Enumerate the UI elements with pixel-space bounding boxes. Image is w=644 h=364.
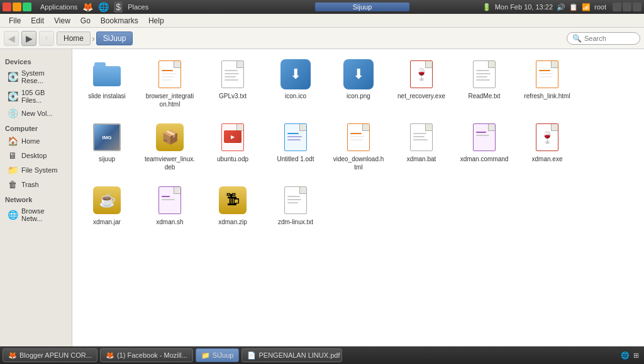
desktop-icon: 🖥 <box>8 151 18 161</box>
txt-icon-readme <box>469 59 499 89</box>
sidebar-item-home[interactable]: 🏠 Home <box>3 134 69 148</box>
file-untitled-odt[interactable]: Untitled 1.odt <box>267 118 324 175</box>
system-tray: 🌐 ⊞ <box>618 351 641 360</box>
sidebar-item-desktop[interactable]: 🖥 Desktop <box>3 149 69 162</box>
file-name-xdman-command: xdman.command <box>460 155 509 163</box>
breadcrumb-home[interactable]: Home <box>57 31 91 45</box>
file-xdman-bat[interactable]: xdman.bat <box>393 118 450 175</box>
clipboard-icon: 📋 <box>569 3 578 11</box>
file-readme[interactable]: ReadMe.txt <box>456 55 513 112</box>
file-gplv3[interactable]: GPLv3.txt <box>204 55 261 112</box>
menu-edit[interactable]: Edit <box>26 15 49 26</box>
file-browser-integration[interactable]: browser_integration.html <box>142 55 198 112</box>
topbar-apps[interactable]: Applications <box>40 3 77 11</box>
terminal-icon: $ <box>114 1 123 13</box>
drive-icon: 💽 <box>8 72 18 82</box>
nav-forward[interactable]: ▶ <box>21 31 36 46</box>
sidebar-item-browse-network[interactable]: 🌐 Browse Netw... <box>3 205 69 224</box>
sidebar-label-desktop: Desktop <box>21 152 47 159</box>
menu-view[interactable]: View <box>49 15 75 26</box>
home-icon: 🏠 <box>8 136 18 146</box>
download-box-icon-png: ⬇ <box>343 59 374 89</box>
html-icon-refresh <box>532 59 562 89</box>
sidebar-item-system-rese[interactable]: 💽 System Rese... <box>3 67 69 86</box>
download-box-icon-ico: ⬇ <box>280 59 311 89</box>
file-name-icon-png: icon.png <box>347 92 370 100</box>
sidebar-item-trash[interactable]: 🗑 Trash <box>3 178 69 191</box>
file-xdman-zip[interactable]: 🗜 xdman.zip <box>204 181 261 230</box>
menu-bar: File Edit View Go Bookmarks Help <box>0 14 644 28</box>
sidebar-item-newvol[interactable]: 💿 New Vol... <box>3 106 69 120</box>
search-icon: 🔍 <box>572 34 582 43</box>
breadcrumb-sijuup[interactable]: SiJuup <box>96 31 133 45</box>
menu-bookmarks[interactable]: Bookmarks <box>96 15 143 26</box>
wc-r1[interactable] <box>613 3 621 11</box>
taskbar-sijuup[interactable]: 📁 SiJuup <box>196 348 240 362</box>
taskbar-sijuup-icon: 📁 <box>201 351 210 360</box>
search-box[interactable]: 🔍 <box>567 32 640 45</box>
sh-icon <box>155 185 185 215</box>
tray-globe-icon: 🌐 <box>621 351 630 360</box>
zip-icon: 🗜 <box>218 185 248 215</box>
sidebar-item-filesystem[interactable]: 📁 File System <box>3 163 69 177</box>
file-name-zdm-linux: zdm-linux.txt <box>278 218 313 226</box>
taskbar-pengenalan[interactable]: 📄 PENGENALAN LINUX.pdf <box>242 348 342 362</box>
topbar-user: root <box>594 3 606 11</box>
wc-r3[interactable] <box>633 3 641 11</box>
file-xdman-jar[interactable]: ☕ xdman.jar <box>79 181 135 230</box>
taskbar-sijuup-label: SiJuup <box>213 351 234 359</box>
file-zdm-linux[interactable]: zdm-linux.txt <box>267 181 324 230</box>
sidebar-label-home: Home <box>21 137 40 145</box>
file-sijuup[interactable]: IMG sijuup <box>79 118 135 175</box>
file-slide-instalasi[interactable]: slide instalasi <box>79 55 135 112</box>
menu-help[interactable]: Help <box>143 15 169 26</box>
search-input[interactable] <box>584 35 635 42</box>
file-name-video-download: video_download.html <box>333 155 384 171</box>
topbar-places[interactable]: Places <box>128 3 148 11</box>
sidebar-label-newvol: New Vol... <box>21 110 53 117</box>
txt-icon-gplv3 <box>218 59 248 89</box>
file-name-icon-ico: icon.ico <box>285 92 306 100</box>
sidebar-item-105gb[interactable]: 💽 105 GB Files... <box>3 87 69 106</box>
menu-go[interactable]: Go <box>75 15 96 26</box>
file-xdman-command[interactable]: xdman.command <box>456 118 513 175</box>
breadcrumb: Home › SiJuup <box>57 31 564 45</box>
file-ubuntu-odp[interactable]: ▶ ubuntu.odp <box>204 118 261 175</box>
signal-icon: 📶 <box>582 3 591 11</box>
top-bar: Applications 🦊 🌐 $ Places Sijuup 🔋 Mon F… <box>0 0 644 14</box>
file-teamviewer[interactable]: 📦 teamviewer_linux.deb <box>142 118 198 175</box>
file-net-recovery[interactable]: 🍷 net_recovery.exe <box>393 55 450 112</box>
command-icon <box>469 122 499 152</box>
nav-back[interactable]: ◀ <box>4 31 19 46</box>
file-name-readme: ReadMe.txt <box>468 92 500 100</box>
file-icon-png[interactable]: ⬇ icon.png <box>330 55 387 112</box>
wc-r2[interactable] <box>623 3 631 11</box>
battery-icon: 🔋 <box>482 3 491 11</box>
taskbar-facebook[interactable]: 🦊 (1) Facebook - Mozill... <box>100 348 193 362</box>
sidebar-section-network: Network <box>0 192 72 205</box>
jar-icon: ☕ <box>92 185 122 215</box>
file-area: slide instalasi browser_integration.html <box>72 49 644 346</box>
file-refresh-link[interactable]: refresh_link.html <box>519 55 575 112</box>
file-xdman-exe[interactable]: 🍷 xdman.exe <box>519 118 575 175</box>
window-min[interactable] <box>13 3 21 11</box>
html-icon <box>155 59 185 89</box>
window-max[interactable] <box>23 3 31 11</box>
file-name-refresh-link: refresh_link.html <box>524 92 570 100</box>
breadcrumb-sep: › <box>92 33 95 43</box>
menu-file[interactable]: File <box>4 15 26 26</box>
tray-apps-icon: ⊞ <box>633 351 639 360</box>
sidebar-section-computer: Computer <box>0 121 72 134</box>
main-area: Devices 💽 System Rese... 💽 105 GB Files.… <box>0 49 644 346</box>
file-name-untitled-odt: Untitled 1.odt <box>277 155 314 163</box>
taskbar-blogger[interactable]: 🦊 Blogger APEUN COR... <box>3 348 97 362</box>
file-video-download[interactable]: video_download.html <box>330 118 387 175</box>
sidebar-label-filesystem: File System <box>21 166 57 174</box>
window-close[interactable] <box>3 3 11 11</box>
file-icon-ico[interactable]: ⬇ icon.ico <box>267 55 324 112</box>
nav-up[interactable]: ↑ <box>39 31 54 46</box>
file-xdman-sh[interactable]: xdman.sh <box>142 181 198 230</box>
taskbar-pengenalan-icon: 📄 <box>247 351 256 360</box>
drive-icon-2: 💽 <box>8 91 18 101</box>
taskbar-blogger-icon: 🦊 <box>8 351 17 360</box>
